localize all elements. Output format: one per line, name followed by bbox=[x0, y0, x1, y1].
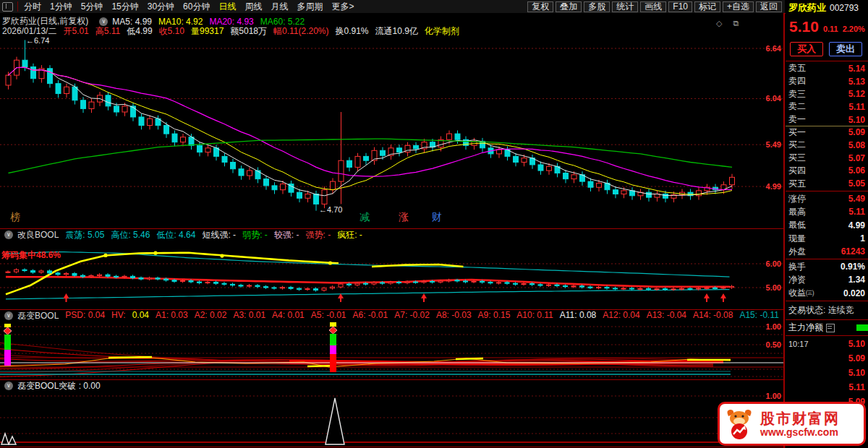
period-tab[interactable]: 多周期 bbox=[297, 1, 323, 13]
toolbar-button[interactable]: +自选 bbox=[723, 1, 754, 12]
sell-button[interactable]: 卖出 bbox=[829, 42, 862, 56]
queue-row[interactable]: 卖五5.14 bbox=[786, 62, 868, 75]
panel-divider bbox=[0, 379, 783, 380]
tick-price: 5.11 bbox=[848, 382, 865, 392]
period-tab[interactable]: 分时 bbox=[24, 1, 41, 13]
bool-breakout-chart[interactable] bbox=[0, 392, 785, 447]
toolbar-button[interactable]: F10 bbox=[668, 1, 692, 12]
queue-price: 5.13 bbox=[848, 77, 865, 87]
indicator-token: 0.04 bbox=[132, 310, 149, 322]
period-tab[interactable]: 更多> bbox=[331, 1, 354, 13]
chevron-down-icon[interactable]: ∨ bbox=[99, 17, 108, 26]
leibian-bool-chart[interactable] bbox=[0, 322, 785, 379]
separator bbox=[786, 259, 868, 259]
queue-row[interactable]: 买二5.08 bbox=[786, 139, 868, 152]
stat-label: 收益㈢ bbox=[788, 287, 814, 299]
collapse-chevron-icon[interactable]: ∨ bbox=[4, 231, 13, 239]
separator bbox=[786, 335, 868, 336]
panel-right-border bbox=[783, 13, 785, 448]
collapse-chevron-icon[interactable]: ∨ bbox=[4, 311, 13, 320]
stat-row: 外盘61243 bbox=[786, 245, 868, 258]
toolbar-button[interactable]: 标记 bbox=[694, 1, 720, 12]
quote-panel: 罗欣药业002793 5.10 0.11 2.20% 买入 卖出 卖五5.14卖… bbox=[786, 0, 868, 448]
stat-label: 最低 bbox=[788, 219, 806, 231]
tick-price: 5.10 bbox=[848, 368, 865, 378]
indicator-token: 疯狂: - bbox=[337, 229, 362, 241]
price-stats: 涨停5.49最高5.11最低4.99现量1外盘61243 bbox=[786, 192, 868, 258]
toolbar-button[interactable]: 叠加 bbox=[556, 1, 582, 12]
queue-row[interactable]: 卖三5.12 bbox=[786, 87, 868, 100]
period-tab[interactable]: 5分钟 bbox=[81, 1, 103, 13]
toolbar-button[interactable]: 复权 bbox=[527, 1, 553, 12]
stat-row: 净资1.34 bbox=[786, 273, 868, 286]
stat-row: 涨停5.49 bbox=[786, 192, 868, 205]
collapse-panel-icon[interactable] bbox=[2, 2, 13, 12]
tick-price: 5.09 bbox=[848, 353, 865, 363]
indicator-token: 改良BOOL bbox=[17, 229, 59, 241]
tick-row: 5.09 bbox=[786, 351, 868, 366]
queue-row[interactable]: 买三5.07 bbox=[786, 152, 868, 165]
queue-level-label: 买一 bbox=[788, 126, 806, 139]
indicator-token: 较强: - bbox=[274, 229, 299, 241]
indicator-token: A14: -0.08 bbox=[693, 310, 733, 322]
period-tab[interactable]: 15分钟 bbox=[111, 1, 138, 13]
period-tab[interactable]: 日线 bbox=[218, 1, 236, 13]
indicator-token: A13: -0.04 bbox=[647, 310, 686, 322]
trading-status: 交易状态: 连续竞 bbox=[788, 304, 854, 316]
queue-row[interactable]: 买四5.06 bbox=[786, 165, 868, 178]
period-tab[interactable]: 60分钟 bbox=[183, 1, 210, 13]
period-tab[interactable]: 30分钟 bbox=[148, 1, 174, 13]
queue-row[interactable]: 卖四5.13 bbox=[786, 75, 868, 88]
toolbar-button[interactable]: 多股 bbox=[584, 1, 610, 12]
queue-level-label: 卖二 bbox=[788, 100, 806, 113]
chart-corner-icons[interactable]: ◇ ⧉ bbox=[716, 19, 743, 28]
indicator-token: A8: -0.03 bbox=[436, 310, 472, 322]
period-tab[interactable]: 月线 bbox=[271, 1, 288, 13]
period-tab[interactable]: 周线 bbox=[244, 1, 262, 13]
queue-price: 5.05 bbox=[848, 178, 865, 189]
axis-label: 1.00 bbox=[748, 322, 781, 331]
indicator-token: A11: 0.08 bbox=[560, 310, 596, 322]
queue-row[interactable]: 卖一5.10 bbox=[786, 113, 868, 126]
queue-row[interactable]: 卖二5.11 bbox=[786, 100, 868, 113]
stat-value: 0.91% bbox=[841, 262, 865, 272]
queue-row[interactable]: 买五5.05 bbox=[786, 177, 868, 190]
main-candlestick-chart[interactable] bbox=[0, 35, 785, 228]
toolbar-button[interactable]: 统计 bbox=[612, 1, 638, 12]
last-price-box: 5.10 0.11 2.20% bbox=[789, 19, 865, 35]
list-icon[interactable] bbox=[826, 324, 835, 332]
bull-icon bbox=[723, 408, 756, 441]
stock-title: 罗欣药业002793 bbox=[788, 1, 859, 14]
axis-label: 4.99 bbox=[748, 182, 781, 191]
indicator-token: 磊变BOOL bbox=[17, 310, 59, 322]
indicator-token: 低位: 4.64 bbox=[156, 229, 195, 241]
period-tab[interactable]: 1分钟 bbox=[50, 1, 72, 13]
indicator-token: A5: -0.01 bbox=[311, 310, 346, 322]
stat-value: 61243 bbox=[841, 246, 865, 257]
separator bbox=[786, 61, 868, 61]
indicator-token: A7: -0.02 bbox=[394, 310, 430, 322]
stat-value: 5.49 bbox=[848, 194, 865, 204]
indicator-token: A3: 0.01 bbox=[233, 310, 265, 322]
axis-label: 6.64 bbox=[748, 44, 781, 53]
stat-label: 净资 bbox=[788, 274, 806, 286]
toolbar-button[interactable]: 返回 bbox=[756, 1, 782, 12]
stat-row: 最高5.11 bbox=[786, 205, 868, 218]
price-change: 0.11 bbox=[823, 24, 838, 35]
queue-row[interactable]: 买一5.09 bbox=[786, 126, 868, 139]
queue-price: 5.06 bbox=[848, 165, 865, 176]
bool-indicator-chart[interactable] bbox=[0, 240, 785, 309]
panel3-header-values: 磊变BOOLPSD: 0.04HV:0.04A1: 0.03A2: 0.02A3… bbox=[17, 310, 844, 322]
indicator-token: 震荡: 5.05 bbox=[65, 229, 104, 241]
collapse-chevron-icon[interactable]: ∨ bbox=[4, 382, 13, 390]
chart-area[interactable]: 罗欣药业(日线,前复权) ∨ MA5: 4.99MA10: 4.92MA20: … bbox=[0, 13, 785, 448]
stock-code: 002793 bbox=[830, 3, 859, 13]
toolbar-button[interactable]: 画线 bbox=[640, 1, 666, 12]
main-net-flow-row[interactable]: 主力净额 bbox=[786, 322, 868, 334]
price-annotation: ←4.70 bbox=[319, 205, 342, 214]
panel4-header: ∨ 磊变BOOL突破 : 0.00 bbox=[0, 381, 107, 391]
queue-level-label: 买四 bbox=[788, 165, 806, 177]
buy-button[interactable]: 买入 bbox=[790, 42, 823, 56]
watermark-char: 财 bbox=[432, 211, 442, 224]
stock-name: 罗欣药业 bbox=[788, 2, 826, 13]
